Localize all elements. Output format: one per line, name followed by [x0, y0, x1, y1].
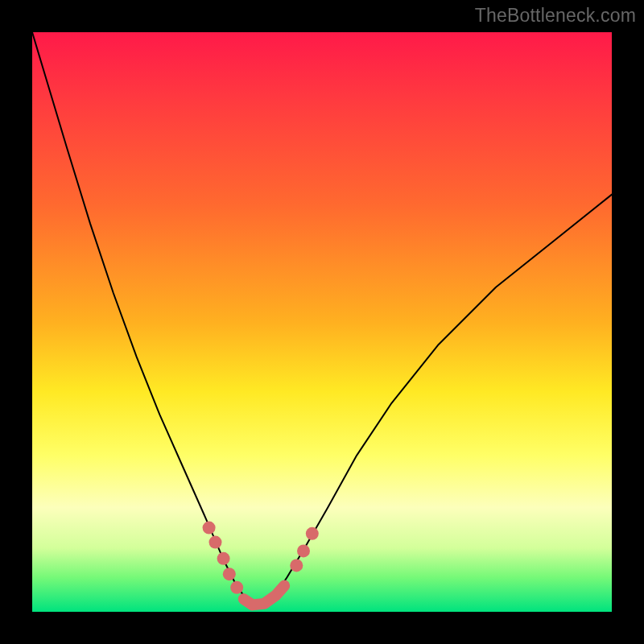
marker-bottom-run — [244, 586, 284, 605]
marker-dot — [230, 581, 243, 594]
marker-dot — [306, 527, 319, 540]
marker-dot — [297, 544, 310, 557]
marker-right-slope — [290, 527, 319, 572]
marker-left-slope — [203, 522, 244, 594]
marker-dot — [290, 559, 303, 572]
marker-dot — [203, 522, 216, 535]
marker-dot — [217, 552, 230, 565]
marker-dot — [223, 568, 236, 580]
marker-dot — [209, 536, 222, 549]
bottleneck-curve — [32, 32, 612, 606]
plot-area — [32, 32, 612, 612]
chart-frame: TheBottleneck.com — [0, 0, 644, 644]
attribution-label: TheBottleneck.com — [475, 5, 636, 27]
chart-svg — [32, 32, 612, 612]
